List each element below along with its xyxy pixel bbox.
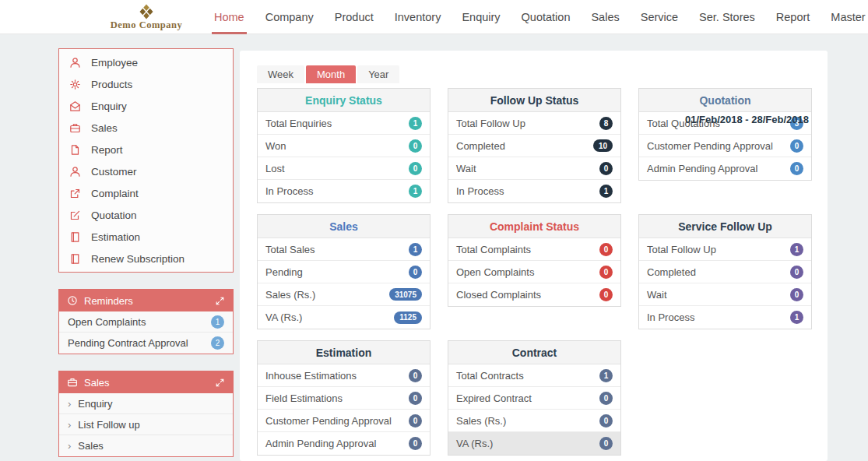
sales-panel-item-list-follow-up[interactable]: ›List Follow up (59, 414, 233, 435)
card-row-sales-rs: Sales (Rs.)0 (448, 410, 620, 432)
card-row-total-sales: Total Sales1 (258, 238, 430, 261)
sidebar-item-complaint[interactable]: Complaint (59, 182, 233, 204)
card-title: Enquiry Status (258, 89, 430, 112)
card-row-total-follow-up: Total Follow Up8 (448, 112, 620, 135)
sales-panel-item-enquiry[interactable]: ›Enquiry (59, 393, 233, 414)
stat-label: Sales (Rs.) (265, 289, 315, 301)
stat-label: Total Follow Up (647, 244, 716, 255)
stat-value-badge: 0 (599, 266, 613, 279)
sidebar-item-enquiry[interactable]: Enquiry (59, 95, 233, 117)
nav-item-report[interactable]: Report (774, 0, 813, 34)
share-icon (69, 188, 81, 199)
stat-label: Total Enquiries (265, 118, 332, 129)
sales-panel: Sales ›Enquiry›List Follow up›Sales (58, 371, 234, 457)
stat-value-badge: 0 (599, 162, 613, 175)
stat-label: Wait (647, 289, 667, 301)
stat-label: VA (Rs.) (265, 311, 302, 323)
stat-label: Customer Pending Approval (265, 415, 392, 427)
sales-panel-item-sales[interactable]: ›Sales (59, 435, 233, 456)
stat-label: VA (Rs.) (456, 438, 493, 449)
tab-month[interactable]: Month (306, 65, 356, 83)
sidebar-item-products[interactable]: Products (59, 73, 233, 95)
sidebar-item-label: Estimation (91, 231, 140, 243)
expand-icon[interactable] (215, 378, 225, 388)
user-icon (69, 166, 81, 178)
stat-label: Field Estimations (265, 392, 343, 404)
card-sales: SalesTotal Sales1Pending0Sales (Rs.)3107… (257, 214, 430, 329)
card-row-total-complaints: Total Complaints0 (448, 238, 620, 261)
sidebar-menu: EmployeeProductsEnquirySalesReportCustom… (58, 48, 234, 273)
stat-label: Total Sales (265, 244, 315, 255)
top-navbar: Demo Company HomeCompanyProductInventory… (0, 0, 868, 34)
card-row-va-rs: VA (Rs.)1125 (258, 306, 430, 329)
nav-item-master[interactable]: Master (828, 0, 867, 34)
sidebar-item-label: Employee (91, 57, 138, 69)
reminders-body: Open Complaints1Pending Contract Approva… (59, 311, 233, 354)
card-contract: ContractTotal Contracts1Expired Contract… (448, 340, 621, 456)
tab-year[interactable]: Year (357, 65, 399, 83)
reminder-label: Open Complaints (68, 316, 146, 328)
sales-panel-item-label: Enquiry (78, 398, 112, 410)
nav-item-sales[interactable]: Sales (589, 0, 621, 34)
sidebar-item-renew-subscription[interactable]: Renew Subscription (59, 248, 233, 269)
reminder-count-badge: 2 (211, 336, 224, 350)
sidebar-item-customer[interactable]: Customer (59, 160, 233, 182)
nav-item-enquiry[interactable]: Enquiry (459, 0, 502, 34)
sidebar-item-report[interactable]: Report (59, 139, 233, 160)
nav-item-home[interactable]: Home (212, 0, 247, 34)
stat-label: Inhouse Estimations (265, 370, 357, 382)
tab-week[interactable]: Week (257, 65, 304, 83)
sales-panel-header: Sales (59, 371, 233, 393)
user-icon (69, 57, 81, 69)
nav-item-inventory[interactable]: Inventory (392, 0, 444, 34)
sales-panel-item-label: Sales (78, 440, 104, 452)
chevron-right-icon: › (68, 440, 71, 452)
stat-label: Expired Contract (456, 392, 532, 404)
sidebar-item-estimation[interactable]: Estimation (59, 226, 233, 248)
nav-item-product[interactable]: Product (332, 0, 376, 34)
stat-value-badge: 0 (790, 139, 803, 153)
stat-value-badge: 0 (599, 243, 613, 256)
stat-value-badge: 0 (599, 288, 613, 301)
sales-panel-body: ›Enquiry›List Follow up›Sales (59, 393, 233, 456)
stat-value-badge: 1 (599, 185, 613, 198)
stat-value-badge: 1 (409, 117, 422, 130)
stat-value-badge: 0 (790, 162, 803, 175)
nav-item-quotation[interactable]: Quotation (519, 0, 573, 34)
stat-label: Lost (265, 163, 285, 174)
nav-item-service[interactable]: Service (638, 0, 680, 34)
briefcase-icon (69, 122, 81, 134)
nav-item-company[interactable]: Company (263, 0, 316, 34)
file-icon (69, 144, 81, 156)
stat-label: In Process (265, 185, 313, 197)
sidebar-item-employee[interactable]: Employee (59, 51, 233, 73)
stat-value-badge: 8 (599, 117, 613, 130)
card-row-wait: Wait0 (448, 157, 620, 180)
sidebar-item-label: Products (91, 79, 132, 90)
stat-label: Completed (456, 140, 505, 152)
nav-item-ser-stores[interactable]: Ser. Stores (697, 0, 757, 34)
card-title: Sales (258, 215, 430, 238)
reminders-panel: Reminders Open Complaints1Pending Contra… (58, 289, 234, 354)
reminder-count-badge: 1 (211, 315, 224, 329)
stat-label: Customer Pending Approval (647, 140, 773, 152)
stat-value-badge: 0 (409, 414, 422, 428)
stat-value-badge: 0 (409, 139, 422, 153)
reminder-item-open-complaints[interactable]: Open Complaints1 (59, 311, 233, 333)
reminders-header: Reminders (59, 290, 233, 311)
card-row-admin-pending-approval: Admin Pending Approval0 (258, 432, 430, 455)
card-row-won: Won0 (258, 135, 430, 157)
sidebar-item-sales[interactable]: Sales (59, 117, 233, 139)
card-row-va-rs: VA (Rs.)0 (448, 432, 620, 455)
stat-value-badge: 0 (409, 437, 422, 450)
sidebar-item-label: Enquiry (91, 100, 127, 112)
card-row-in-process: In Process1 (639, 306, 811, 329)
stat-value-badge: 0 (599, 392, 613, 405)
card-row-customer-pending-approval: Customer Pending Approval0 (258, 410, 430, 432)
expand-icon[interactable] (215, 296, 225, 306)
reminder-item-pending-contract-approval[interactable]: Pending Contract Approval2 (59, 333, 233, 354)
card-follow-up-status: Follow Up StatusTotal Follow Up8Complete… (448, 88, 621, 203)
sidebar-item-quotation[interactable]: Quotation (59, 204, 233, 226)
card-row-expired-contract: Expired Contract0 (448, 387, 620, 410)
sidebar-item-label: Quotation (91, 209, 137, 221)
